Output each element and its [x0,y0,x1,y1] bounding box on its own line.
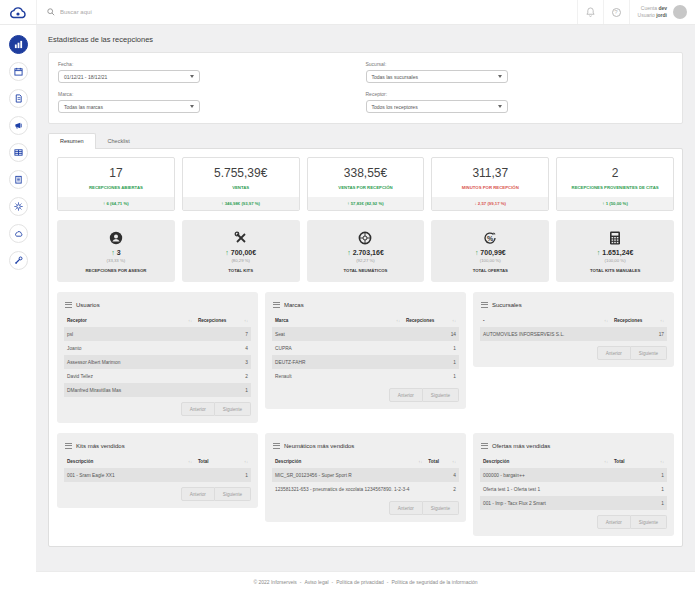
filter-receptor: Receptor: Todos los receptores [366,91,674,113]
column-header[interactable]: Recepciones↑↓ [611,315,667,327]
next-page-button[interactable]: Siguiente [631,515,667,529]
table-row[interactable]: Seat14 [272,327,459,341]
prev-page-button[interactable]: Anterior [181,402,215,416]
table-row[interactable]: 001 - Sram Eagle XX11 [64,468,251,482]
search-input[interactable] [60,9,260,15]
table-row[interactable]: Renault1 [272,369,459,383]
column-header[interactable]: Descripción↑↓ [272,456,425,468]
kpi-label: TOTAL KITS MANUALES [559,268,671,273]
wrench-icon [14,256,23,265]
notifications-button[interactable] [577,0,603,24]
table-row[interactable]: DManfred Miravitllas Mas1 [64,383,251,397]
table-title: Usuarios [76,302,100,308]
table-row[interactable]: MIC_SR_00123456 - Super Sport R4 [272,468,459,482]
next-page-button[interactable]: Siguiente [215,402,251,416]
bell-icon [586,7,595,17]
sidebar-item-tables[interactable] [9,143,28,162]
list-icon [65,441,72,450]
kpi-row-1: 17 RECEPCIONES ABIERTAS ↑ 6 (64,71 %) 5.… [57,157,674,211]
column-header[interactable]: Total↑↓ [195,456,251,468]
sidebar-item-calendar[interactable] [9,62,28,81]
sidebar-item-lists[interactable] [9,170,28,189]
column-header[interactable]: Descripción↑↓ [480,456,611,468]
account-menu[interactable]: Cuenta dev Usuario jordi [629,0,695,24]
table-row[interactable]: DEUTZ-FAHR1 [272,355,459,369]
copyright-text: © 2022 Inforserveis [253,579,296,585]
user-value: jordi [656,12,667,18]
main-content: Estadísticas de las recepciones Fecha: 0… [36,25,695,592]
table-row[interactable]: CUPRA1 [272,341,459,355]
table-row[interactable]: AUTOMOVILES INFORSERVEIS S.L.17 [480,327,667,341]
sidebar-item-tools[interactable] [9,251,28,270]
column-header[interactable]: Marca↑↓ [272,315,403,327]
table-kits-mas-vendidos: Kits más vendidos Descripción↑↓ Total↑↓ … [57,433,258,508]
table-title: Ofertas más vendidas [492,443,550,449]
sidebar-item-documents[interactable] [9,89,28,108]
list-icon [273,300,280,309]
prev-page-button[interactable]: Anterior [597,346,631,360]
column-header[interactable]: Total↑↓ [611,456,667,468]
search-bar [36,0,577,24]
next-page-button[interactable]: Siguiente [423,501,459,515]
user-label: Usuario [638,12,655,18]
table-row[interactable]: Oferta test 1 - Oferta test 11 [480,482,667,496]
tab-resumen[interactable]: Resumen [48,133,96,149]
prev-page-button[interactable]: Anterior [181,487,215,501]
kpi-value: 338,55€ [308,166,424,180]
bar-chart-icon [14,40,23,49]
fecha-value: 01/12/21 - 18/12/21 [64,74,107,80]
app-logo[interactable] [0,0,36,24]
filters-panel: Fecha: 01/12/21 - 18/12/21 Sucursal: Tod… [48,52,683,124]
sidebar-item-announcements[interactable] [9,116,28,135]
table-row[interactable]: 000000 - bargain++1 [480,468,667,482]
table-title: Neumáticos más vendidos [284,443,354,449]
kpi-value: 700,00€ [231,249,256,256]
prev-page-button[interactable]: Anterior [389,501,423,515]
fecha-select[interactable]: 01/12/21 - 18/12/21 [58,70,200,83]
column-header[interactable]: -↑↓ [480,315,611,327]
column-header[interactable]: Receptor↑↓ [64,315,195,327]
receptor-select[interactable]: Todos los receptores [366,100,508,113]
column-header[interactable]: Descripción↑↓ [64,456,195,468]
table-row[interactable]: Assessor Albert Marimon3 [64,355,251,369]
sidebar-item-statistics[interactable] [9,35,28,54]
receptor-value: Todos los receptores [372,104,418,110]
cloud-icon [14,229,23,238]
tab-bar: Resumen Checklist [48,133,683,148]
up-arrow-icon: ↑ [111,249,115,256]
table-row[interactable]: 001 - Imp - Tacx Flux 2 Smart1 [480,496,667,510]
next-page-button[interactable]: Siguiente [215,487,251,501]
next-page-button[interactable]: Siguiente [423,388,459,402]
kpi-value: 700,99€ [480,249,505,256]
footer-link-aviso-legal[interactable]: Aviso legal [304,579,328,585]
sort-icon: ↑↓ [188,459,192,464]
sidebar-item-settings[interactable] [9,197,28,216]
sucursal-value: Todas las sucursales [372,74,418,80]
column-header[interactable]: Recepciones↑↓ [195,315,251,327]
avatar[interactable] [673,5,687,19]
chevron-down-icon [190,75,194,78]
table-row[interactable]: David Tellez2 [64,369,251,383]
list-icon [481,300,488,309]
table-row[interactable]: psl7 [64,327,251,341]
footer-link-privacidad[interactable]: Política de privacidad [336,579,384,585]
prev-page-button[interactable]: Anterior [597,515,631,529]
tab-checklist[interactable]: Checklist [96,133,142,148]
kpi-label: RECEPCIONES ABIERTAS [60,185,172,190]
up-arrow-icon: ↑ [475,249,479,256]
sidebar-item-cloud[interactable] [9,224,28,243]
footer: © 2022 Inforserveis - Aviso legal - Polí… [36,571,695,592]
column-header[interactable]: Recepciones↑↓ [403,315,459,327]
chevron-down-icon [498,105,502,108]
next-page-button[interactable]: Siguiente [631,346,667,360]
sucursal-select[interactable]: Todas las sucursales [366,70,508,83]
help-button[interactable]: ? [603,0,629,24]
prev-page-button[interactable]: Anterior [389,388,423,402]
sort-icon: ↑↓ [452,318,456,323]
kpi-value: 3 [117,249,121,256]
footer-link-seguridad[interactable]: Política de seguridad de la información [391,579,477,585]
column-header[interactable]: Total↑↓ [425,456,459,468]
marca-select[interactable]: Todas las marcas [58,100,200,113]
table-row[interactable]: Joanto4 [64,341,251,355]
table-row[interactable]: 123581321-653 - pneumatics de xocolata 1… [272,482,459,496]
